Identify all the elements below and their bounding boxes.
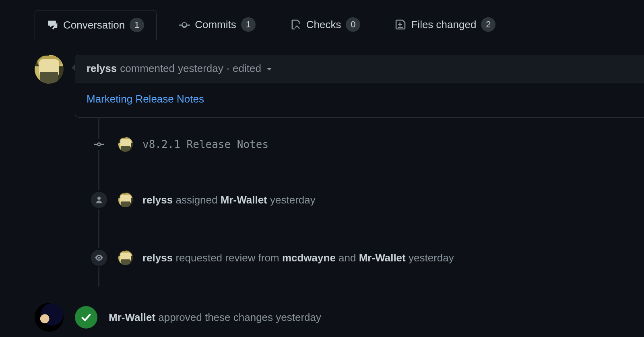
person-icon [89, 190, 109, 210]
avatar[interactable] [35, 55, 64, 84]
tab-commits[interactable]: Commits 1 [166, 10, 268, 40]
assignee-link[interactable]: Mr-Wallet [221, 194, 267, 206]
tab-checks[interactable]: Checks 0 [278, 10, 373, 40]
avatar[interactable] [118, 137, 133, 152]
timestamp[interactable]: yesterday [276, 311, 321, 323]
tab-label: Commits [195, 18, 236, 31]
commit-message[interactable]: v8.2.1 Release Notes [142, 138, 268, 150]
file-diff-icon [395, 19, 406, 30]
git-commit-icon [89, 139, 109, 150]
verb: requested review from [175, 252, 279, 264]
tab-label: Checks [306, 18, 341, 31]
avatar[interactable] [35, 303, 64, 332]
comment-discussion-icon [47, 19, 58, 31]
svg-point-0 [97, 143, 100, 146]
tab-counter: 1 [130, 18, 144, 32]
checklist-icon [290, 19, 301, 30]
timestamp[interactable]: yesterday [409, 252, 454, 264]
timeline-review-requested: relyss requested review from mcdwayne an… [89, 229, 644, 287]
edited-label[interactable]: edited [233, 62, 261, 75]
comment-header: relyss commented yesterday · edited [75, 55, 644, 82]
comment-box: relyss commented yesterday · edited Mark… [75, 55, 644, 118]
timestamp[interactable]: yesterday [270, 194, 316, 206]
avatar[interactable] [118, 251, 133, 265]
comment-body: Marketing Release Notes [75, 82, 644, 117]
pr-tabnav: Conversation 1 Commits 1 Checks 0 Files … [0, 10, 644, 40]
reviewer-link[interactable]: mcdwayne [282, 252, 336, 264]
tab-label: Conversation [63, 19, 125, 31]
tab-counter: 1 [241, 17, 256, 32]
verb: assigned [175, 194, 217, 206]
reviewer-link[interactable]: Mr-Wallet [359, 252, 406, 264]
pr-description-comment: relyss commented yesterday · edited Mark… [35, 55, 644, 118]
timeline-approval: Mr-Wallet approved these changes yesterd… [35, 303, 644, 332]
release-notes-link[interactable]: Marketing Release Notes [87, 93, 204, 105]
tab-files-changed[interactable]: Files changed 2 [382, 10, 508, 40]
tab-counter: 2 [481, 17, 495, 32]
actor-link[interactable]: Mr-Wallet [109, 311, 155, 323]
eye-icon [89, 248, 109, 267]
git-commit-icon [179, 19, 190, 30]
tab-counter: 0 [346, 17, 360, 32]
tab-label: Files changed [411, 18, 476, 31]
timeline-commit: v8.2.1 Release Notes [89, 118, 644, 171]
comment-author[interactable]: relyss [87, 62, 117, 75]
comment-timestamp[interactable]: yesterday [178, 62, 223, 75]
verb: approved these changes [158, 311, 273, 323]
comment-action: commented [120, 62, 175, 75]
actor-link[interactable]: relyss [142, 252, 173, 264]
chevron-down-icon[interactable] [267, 68, 272, 73]
pr-discussion: relyss commented yesterday · edited Mark… [0, 55, 644, 332]
tab-conversation[interactable]: Conversation 1 [35, 10, 157, 40]
actor-link[interactable]: relyss [142, 194, 173, 206]
check-icon [75, 306, 97, 329]
timeline-assigned: relyss assigned Mr-Wallet yesterday [89, 171, 644, 229]
avatar[interactable] [118, 193, 133, 207]
pr-timeline: v8.2.1 Release Notes relyss assigned Mr-… [89, 118, 644, 287]
